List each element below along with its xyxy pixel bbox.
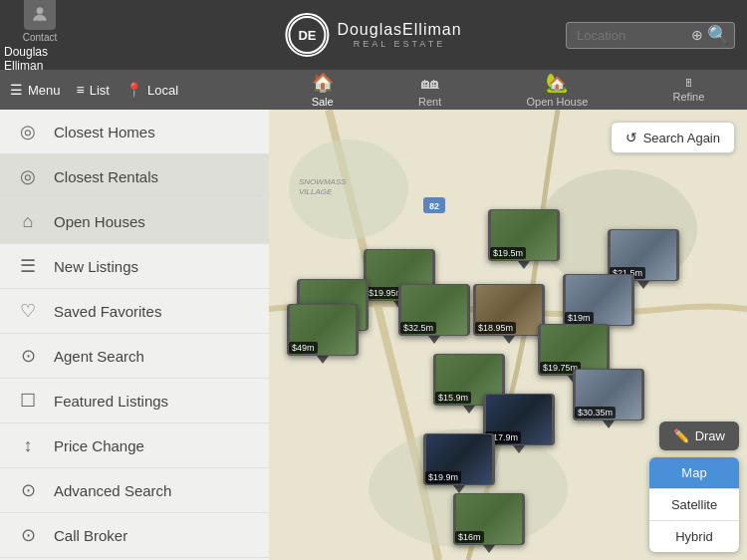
sidebar-item-closest-homes[interactable]: ◎ Closest Homes (0, 110, 269, 154)
menu-button[interactable]: ☰ Menu (10, 82, 61, 98)
sidebar-item-agent-search[interactable]: ⊙ Agent Search (0, 334, 269, 379)
open-houses-label: Open Houses (54, 213, 145, 230)
pin-price: $30.35m (575, 407, 616, 419)
header-right: ⊕ 🔍 (566, 22, 735, 49)
pin-card: $16m (453, 493, 525, 545)
menu-icon: ☰ (10, 82, 23, 98)
property-pin-p5[interactable]: $32.5m (398, 284, 470, 344)
pin-pointer (503, 336, 515, 344)
sidebar-item-closest-rentals[interactable]: ◎ Closest Rentals (0, 154, 269, 199)
subheader: ☰ Menu ≡ List 📍 Local 🏠 Sale 🏘 Rent 🏡 Op… (0, 70, 747, 110)
call-broker-label: Call Broker (54, 527, 127, 544)
new-listings-icon: ☰ (16, 254, 40, 278)
sidebar-item-advanced-search[interactable]: ⊙ Advanced Search (0, 468, 269, 513)
local-label: Local (147, 83, 178, 98)
pin-price: $32.5m (400, 322, 436, 334)
local-icon: 📍 (125, 82, 142, 98)
property-pin-p8[interactable]: $49m (287, 304, 359, 364)
pin-pointer (513, 445, 525, 453)
open-houses-icon: ⌂ (16, 209, 40, 233)
agent-search-icon: ⊙ (16, 344, 40, 368)
open-house-label: Open House (526, 96, 588, 108)
pin-pointer (463, 406, 475, 414)
refresh-icon: ↺ (625, 130, 637, 145)
header-logo: DE DouglasElliman REAL ESTATE (285, 13, 461, 57)
closest-homes-icon: ◎ (16, 120, 40, 143)
tab-open-house[interactable]: 🏡 Open House (526, 72, 588, 108)
draw-button[interactable]: ✏️ Draw (659, 421, 739, 450)
call-broker-icon: ⊙ (16, 523, 40, 547)
closest-homes-label: Closest Homes (54, 124, 155, 140)
sidebar-item-open-houses[interactable]: ⌂ Open Houses (0, 199, 269, 244)
new-listings-label: New Listings (54, 258, 138, 275)
price-change-icon: ↕ (16, 433, 40, 457)
logo-brand: DouglasElliman (337, 21, 461, 39)
pin-pointer (453, 485, 465, 493)
local-button[interactable]: 📍 Local (125, 82, 178, 98)
pin-pointer (317, 356, 329, 364)
property-pin-p14[interactable]: $16m (453, 493, 525, 553)
sidebar-item-price-change[interactable]: ↕ Price Change (0, 423, 269, 468)
pin-price: $19m (565, 312, 594, 324)
header-left: Contact Douglas Elliman (0, 0, 80, 73)
advanced-search-icon: ⊙ (16, 478, 40, 502)
search-icon[interactable]: 🔍 (707, 24, 729, 46)
pin-card: $32.5m (398, 284, 470, 336)
contact-avatar[interactable] (24, 0, 56, 30)
main-content: ◎ Closest Homes ◎ Closest Rentals ⌂ Open… (0, 110, 747, 560)
property-pin-p6[interactable]: $18.95m (473, 284, 545, 344)
open-house-icon: 🏡 (546, 72, 568, 94)
map-type-selector: Map Satellite Hybrid (649, 457, 739, 552)
sidebar-item-call-broker[interactable]: ⊙ Call Broker (0, 513, 269, 558)
pencil-icon: ✏️ (673, 428, 689, 443)
sale-icon: 🏠 (312, 72, 334, 94)
property-pin-p1[interactable]: $19.5m (488, 209, 560, 269)
rent-icon: 🏘 (421, 73, 439, 94)
tab-rent[interactable]: 🏘 Rent (418, 73, 441, 108)
closest-rentals-label: Closest Rentals (54, 168, 158, 185)
svg-text:DE: DE (298, 28, 316, 43)
search-again-label: Search Again (643, 131, 720, 145)
pin-pointer (483, 545, 495, 553)
pin-pointer (637, 281, 649, 289)
subheader-left: ☰ Menu ≡ List 📍 Local (0, 82, 269, 98)
map-type-satellite[interactable]: Satellite (649, 489, 739, 521)
agent-search-label: Agent Search (54, 348, 144, 365)
property-pin-p13[interactable]: $19.9m (423, 433, 495, 493)
list-button[interactable]: ≡ List (77, 82, 110, 98)
tab-refine[interactable]: 🎚 Refine (673, 77, 705, 103)
tab-sale[interactable]: 🏠 Sale (312, 72, 334, 108)
sidebar-item-featured-listings[interactable]: ☐ Featured Listings (0, 379, 269, 423)
list-icon: ≡ (77, 82, 85, 98)
advanced-search-label: Advanced Search (54, 482, 171, 499)
map-type-hybrid[interactable]: Hybrid (649, 521, 739, 552)
contact-label[interactable]: Contact (23, 32, 57, 43)
pin-pointer (518, 261, 530, 269)
pin-price: $49m (289, 342, 318, 354)
pin-card: $19.9m (423, 433, 495, 485)
pin-card: $19.5m (488, 209, 560, 261)
saved-favorites-icon: ♡ (16, 299, 40, 323)
location-icon: ⊕ (691, 27, 703, 43)
header: Contact Douglas Elliman DE DouglasEllima… (0, 0, 747, 70)
closest-rentals-icon: ◎ (16, 164, 40, 188)
map-type-map[interactable]: Map (649, 457, 739, 489)
map-area[interactable]: 82 SNOWMASS VILLAGE $19.5m $19.95m $21.5… (269, 110, 747, 560)
saved-favorites-label: Saved Favorites (54, 303, 161, 320)
pin-card: $30.35m (573, 369, 644, 420)
sidebar-item-saved-favorites[interactable]: ♡ Saved Favorites (0, 289, 269, 334)
pin-card: $18.95m (473, 284, 545, 336)
pin-pointer (428, 336, 440, 344)
list-label: List (90, 83, 110, 98)
search-again-button[interactable]: ↺ Search Again (611, 122, 735, 153)
featured-listings-icon: ☐ (16, 389, 40, 413)
rent-label: Rent (418, 96, 441, 108)
featured-listings-label: Featured Listings (54, 393, 168, 410)
property-pin-p11[interactable]: $30.35m (573, 369, 644, 428)
sidebar-item-new-listings[interactable]: ☰ New Listings (0, 244, 269, 289)
pin-card: $49m (287, 304, 359, 356)
pin-pointer (603, 420, 615, 428)
sale-label: Sale (312, 96, 334, 108)
menu-label: Menu (28, 83, 61, 98)
pin-price: $15.9m (435, 392, 471, 404)
